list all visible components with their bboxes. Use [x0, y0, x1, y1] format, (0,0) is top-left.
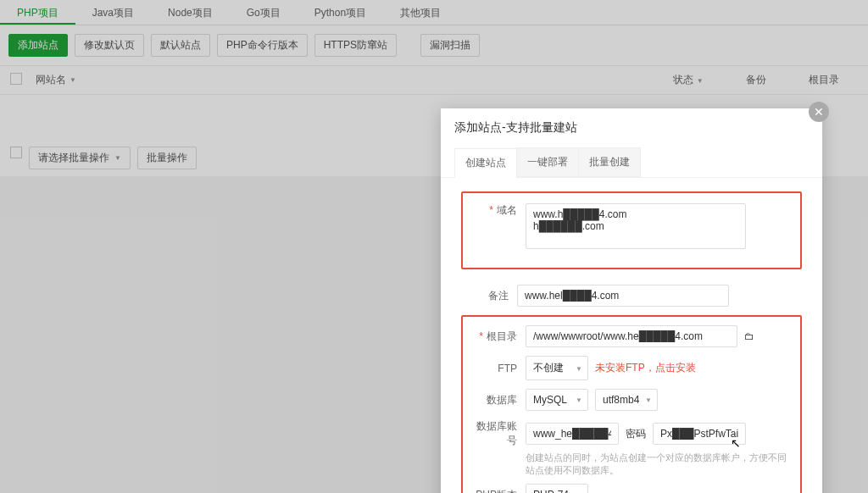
- mtab-create[interactable]: 创建站点: [454, 148, 517, 178]
- pwd-label: 密码: [626, 427, 646, 441]
- ftp-warning[interactable]: 未安装FTP，点击安装: [595, 361, 696, 375]
- modal-tabs: 创建站点 一键部署 批量创建: [441, 147, 822, 178]
- domain-label: 域名: [497, 204, 517, 216]
- db-hint: 创建站点的同时，为站点创建一个对应的数据库帐户，方便不同站点使用不同数据库。: [470, 451, 793, 477]
- root-label: 根目录: [487, 330, 517, 342]
- close-icon[interactable]: ✕: [809, 102, 829, 122]
- note-label: 备注: [461, 289, 517, 303]
- note-input[interactable]: [517, 285, 729, 307]
- modal-title: 添加站点-支持批量建站: [441, 108, 822, 147]
- php-select[interactable]: PHP-74: [526, 484, 588, 493]
- ftp-label: FTP: [470, 363, 526, 374]
- db-pwd-input[interactable]: [653, 423, 746, 445]
- db-user-input[interactable]: [526, 423, 619, 445]
- db-type-select[interactable]: MySQL: [526, 389, 588, 411]
- dbacc-label: 数据库账号: [470, 419, 526, 448]
- add-site-modal: ✕ 添加站点-支持批量建站 创建站点 一键部署 批量创建 *域名 www.h██…: [441, 108, 822, 493]
- mtab-batch[interactable]: 批量创建: [578, 147, 641, 177]
- db-charset-select[interactable]: utf8mb4: [595, 389, 658, 411]
- db-label: 数据库: [470, 393, 526, 407]
- php-label: PHP版本: [470, 488, 526, 494]
- root-input[interactable]: [526, 325, 737, 347]
- mtab-deploy[interactable]: 一键部署: [516, 147, 579, 177]
- ftp-select[interactable]: 不创建: [526, 356, 588, 380]
- domain-input[interactable]: www.h█████4.com h██████.com: [526, 203, 746, 249]
- folder-icon[interactable]: 🗀: [744, 330, 754, 342]
